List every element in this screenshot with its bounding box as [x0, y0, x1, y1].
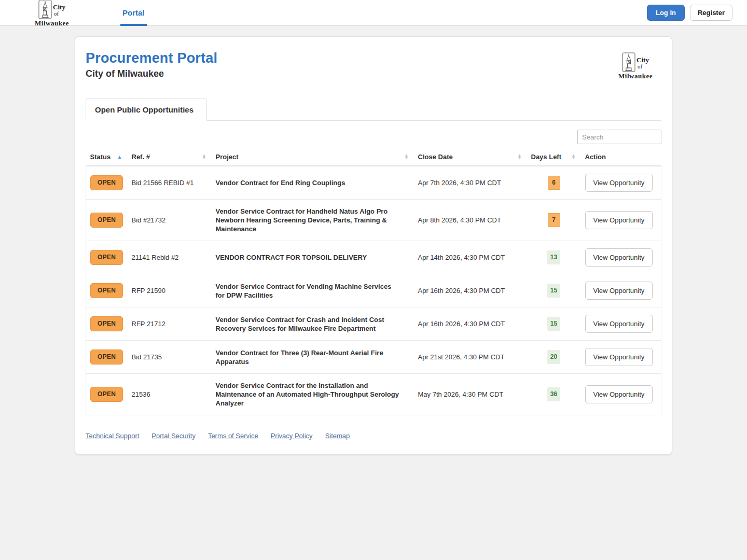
table-row: OPEN RFP 21712 Vendor Service Contract f… — [86, 307, 661, 341]
column-header-status[interactable]: Status ▲ — [86, 149, 128, 166]
days-left-badge: 15 — [547, 317, 560, 331]
sort-icon: ▲▼ — [405, 155, 409, 160]
column-header-project[interactable]: Project ▲▼ — [212, 149, 414, 166]
status-badge: OPEN — [90, 213, 123, 228]
table-row: OPEN Bid 21566 REBID #1 Vendor Contract … — [86, 166, 661, 200]
sort-icon: ▲▼ — [572, 155, 576, 160]
days-left-badge: 13 — [547, 250, 560, 264]
view-opportunity-button[interactable]: View Opportunity — [585, 282, 653, 300]
ref-number: Bid 21735 — [128, 341, 212, 374]
opportunities-table: Status ▲ Ref. # ▲▼ Project ▲▼ — [86, 149, 661, 415]
footer-links: Technical Support Portal Security Terms … — [86, 415, 661, 454]
view-opportunity-button[interactable]: View Opportunity — [585, 174, 653, 192]
close-date: Apr 16th 2026, 4:30 PM CDT — [414, 274, 527, 307]
sort-icon: ▲▼ — [518, 155, 522, 160]
status-badge: OPEN — [90, 387, 123, 402]
status-badge: OPEN — [90, 175, 123, 190]
table-row: OPEN 21536 Vendor Service Contract for t… — [86, 374, 661, 415]
view-opportunity-button[interactable]: View Opportunity — [585, 385, 653, 403]
brand-word-city: City — [637, 57, 649, 63]
brand-word-of: of — [54, 11, 65, 17]
sort-icon: ▲▼ — [202, 155, 206, 160]
footer-link-sitemap[interactable]: Sitemap — [325, 432, 350, 440]
project-title: VENDOR CONTRACT FOR TOPSOIL DELIVERY — [212, 241, 414, 274]
brand-word-milwaukee: Milwaukee — [618, 73, 653, 79]
brand-word-city: City — [53, 4, 65, 10]
ref-number: RFP 21712 — [128, 307, 212, 341]
project-title: Vendor Service Contract for Handheld Nat… — [212, 200, 414, 241]
ref-number: Bid 21566 REBID #1 — [128, 166, 212, 200]
table-row: OPEN 21141 Rebid #2 VENDOR CONTRACT FOR … — [86, 241, 661, 274]
close-date: Apr 21st 2026, 4:30 PM CDT — [414, 341, 527, 374]
brand-word-milwaukee: Milwaukee — [35, 20, 69, 26]
footer-link-portal-security[interactable]: Portal Security — [151, 432, 196, 440]
view-opportunity-button[interactable]: View Opportunity — [585, 348, 653, 366]
opportunities-tbody: OPEN Bid 21566 REBID #1 Vendor Contract … — [86, 166, 661, 415]
ref-number: 21536 — [128, 374, 212, 415]
sort-ascending-icon: ▲ — [117, 155, 122, 160]
ref-number: Bid #21732 — [128, 200, 212, 241]
status-badge: OPEN — [90, 250, 123, 265]
page-title: Procurement Portal — [86, 50, 217, 66]
days-left-badge: 15 — [547, 284, 560, 298]
brand-word-of: of — [638, 64, 649, 69]
project-title: Vendor Service Contract for Vending Mach… — [212, 274, 414, 307]
navbar-links: Portal — [120, 0, 147, 26]
days-left-badge: 6 — [548, 176, 560, 190]
table-header-row: Status ▲ Ref. # ▲▼ Project ▲▼ — [86, 149, 661, 166]
search-input[interactable] — [577, 130, 661, 144]
nav-tab-portal-label: Portal — [122, 8, 145, 17]
procurement-portal-card: Procurement Portal City of Milwaukee Cit… — [75, 36, 672, 455]
status-badge: OPEN — [90, 349, 123, 365]
card-header: Procurement Portal City of Milwaukee Cit… — [86, 50, 661, 79]
close-date: Apr 16th 2026, 4:30 PM CDT — [414, 307, 527, 341]
project-title: Vendor Contract for End Ring Couplings — [212, 166, 414, 200]
table-row: OPEN RFP 21590 Vendor Service Contract f… — [86, 274, 661, 307]
column-header-close-date[interactable]: Close Date ▲▼ — [414, 149, 527, 166]
project-title: Vendor Contract for Three (3) Rear-Mount… — [212, 341, 414, 374]
register-button[interactable]: Register — [690, 5, 732, 21]
close-date: Apr 7th 2026, 4:30 PM CDT — [414, 166, 527, 200]
table-row: OPEN Bid 21735 Vendor Contract for Three… — [86, 341, 661, 374]
tab-bar: Open Public Opportunities — [86, 98, 661, 121]
days-left-badge: 7 — [548, 213, 560, 227]
ref-number: 21141 Rebid #2 — [128, 241, 212, 274]
city-hall-tower-icon — [622, 52, 635, 72]
footer-link-terms-of-service[interactable]: Terms of Service — [208, 432, 258, 440]
top-navbar: City of Milwaukee Portal Log In Register — [0, 0, 747, 26]
project-title: Vendor Service Contract for Crash and In… — [212, 307, 414, 341]
close-date: Apr 8th 2026, 4:30 PM CDT — [414, 200, 527, 241]
city-of-milwaukee-logo: City of Milwaukee — [617, 52, 654, 79]
ref-number: RFP 21590 — [128, 274, 212, 307]
view-opportunity-button[interactable]: View Opportunity — [585, 211, 653, 229]
days-left-badge: 36 — [547, 387, 560, 401]
view-opportunity-button[interactable]: View Opportunity — [585, 248, 653, 267]
table-row: OPEN Bid #21732 Vendor Service Contract … — [86, 200, 661, 241]
active-tab-underline — [120, 24, 147, 26]
column-header-ref[interactable]: Ref. # ▲▼ — [128, 149, 212, 166]
column-header-action: Action — [581, 149, 661, 166]
column-header-days-left[interactable]: Days Left ▲▼ — [527, 149, 581, 166]
city-hall-tower-icon — [38, 0, 52, 19]
view-opportunity-button[interactable]: View Opportunity — [585, 315, 653, 333]
nav-tab-portal[interactable]: Portal — [120, 0, 147, 26]
status-badge: OPEN — [90, 283, 123, 298]
footer-link-technical-support[interactable]: Technical Support — [86, 432, 139, 440]
days-left-badge: 20 — [547, 350, 560, 364]
status-badge: OPEN — [90, 316, 123, 331]
city-of-milwaukee-logo: City of Milwaukee — [33, 0, 71, 26]
project-title: Vendor Service Contract for the Installa… — [212, 374, 414, 415]
close-date: Apr 14th 2026, 4:30 PM CDT — [414, 241, 527, 274]
close-date: May 7th 2026, 4:30 PM CDT — [414, 374, 527, 415]
tab-open-public-opportunities[interactable]: Open Public Opportunities — [86, 98, 207, 121]
login-button[interactable]: Log In — [647, 5, 685, 21]
page-subtitle: City of Milwaukee — [86, 68, 217, 79]
footer-link-privacy-policy[interactable]: Privacy Policy — [271, 432, 313, 440]
